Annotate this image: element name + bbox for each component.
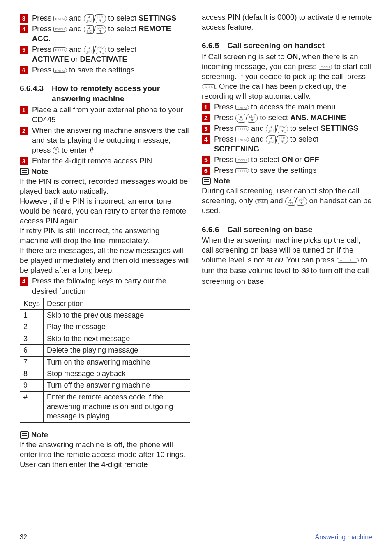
text: Place a call from your external phone to… bbox=[32, 105, 190, 125]
page-footer: 32 Answering machine bbox=[20, 534, 372, 541]
text: . Once the call has been picked up, the … bbox=[202, 82, 346, 100]
target-b: DEACTIVATE bbox=[80, 55, 127, 63]
down-key-icon: pbk▼ bbox=[96, 14, 106, 23]
text: If Call screening is set to bbox=[202, 52, 285, 61]
target: SETTINGS bbox=[138, 14, 177, 22]
text: to access the main menu bbox=[251, 102, 336, 111]
down-key-icon: pbk▼ bbox=[297, 197, 307, 206]
left-column: 3 Press menu and ▲cid/pbk▼ to select SET… bbox=[20, 12, 190, 469]
up-key-icon: ▲cid bbox=[266, 125, 276, 133]
functions-table: Keys Description 1Skip to the previous m… bbox=[20, 298, 190, 423]
heading-665: 6.6.5 Call screening on handset bbox=[202, 41, 372, 51]
text: to enter bbox=[62, 146, 88, 154]
talk-key-icon: TALK bbox=[202, 84, 215, 89]
page-number: 32 bbox=[20, 534, 27, 541]
table-row: 9Turn off the answering machine bbox=[20, 380, 190, 391]
step-number-1: 1 bbox=[20, 106, 28, 114]
menu-key-icon: menu bbox=[235, 168, 249, 173]
heading-title: Call screening on base bbox=[227, 225, 312, 235]
menu-key-icon: menu bbox=[235, 105, 249, 110]
cell-key: 3 bbox=[20, 333, 44, 344]
text: Enter the 4-digit remote access PIN bbox=[32, 156, 190, 166]
down-key-icon: pbk▼ bbox=[248, 114, 258, 123]
menu-key-icon: menu bbox=[53, 68, 67, 73]
off: OFF bbox=[304, 155, 319, 164]
text: Press bbox=[32, 24, 51, 33]
right-column: access PIN (default is 0000) to activate… bbox=[202, 12, 372, 469]
menu-key-icon: menu bbox=[235, 158, 249, 163]
step-number-1: 1 bbox=[202, 103, 210, 111]
th-keys: Keys bbox=[20, 298, 44, 309]
step-number-5: 5 bbox=[20, 46, 28, 54]
down-key-icon: pbk▼ bbox=[278, 135, 288, 144]
text: to select bbox=[108, 24, 136, 33]
section-name: Answering machine bbox=[315, 534, 372, 541]
divider bbox=[20, 81, 190, 81]
paragraph-665: If Call screening is set to ON, when the… bbox=[202, 52, 372, 101]
hash-key-icon: # bbox=[53, 147, 59, 154]
step-number-3b: 3 bbox=[20, 157, 28, 165]
text: to save the settings bbox=[251, 166, 316, 174]
r-step-4: 4 Press menu and ▲cid/pbk▼ to select SCR… bbox=[202, 134, 372, 154]
note-label: Note bbox=[31, 430, 48, 440]
text: Press bbox=[214, 166, 233, 174]
table-row: 2Play the message bbox=[20, 321, 190, 333]
text: and bbox=[251, 135, 264, 143]
down-key-icon: pbk▼ bbox=[96, 25, 106, 34]
text: to select bbox=[260, 113, 288, 122]
up-key-icon: ▲cid bbox=[285, 197, 295, 206]
continuation-text: access PIN (default is 0000) to activate… bbox=[202, 12, 372, 32]
cell-key: 7 bbox=[20, 356, 44, 368]
cell-desc: Skip to the previous message bbox=[44, 309, 190, 321]
up-key-icon: ▲cid bbox=[84, 14, 94, 23]
text: and bbox=[69, 45, 82, 53]
step-number-4: 4 bbox=[202, 135, 210, 144]
step-number-2: 2 bbox=[20, 127, 28, 135]
cell-desc: Enter the remote access code if the answ… bbox=[44, 391, 190, 422]
cell-desc: Stop message playback bbox=[44, 368, 190, 379]
table-row: 1Skip to the previous message bbox=[20, 309, 190, 321]
segment-display: 00 bbox=[301, 267, 309, 276]
text: to select bbox=[290, 124, 318, 132]
text: to select bbox=[108, 45, 136, 53]
text: to select bbox=[290, 135, 318, 143]
table-row: #Enter the remote access code if the ans… bbox=[20, 391, 190, 422]
step-3b: 3 Enter the 4-digit remote access PIN bbox=[20, 156, 190, 166]
on: ON bbox=[287, 52, 298, 61]
up-key-icon: ▲cid bbox=[266, 135, 276, 144]
text: and bbox=[270, 196, 283, 205]
step-1: 1 Place a call from your external phone … bbox=[20, 105, 190, 125]
heading-title: How to remotely access your answering ma… bbox=[52, 84, 190, 104]
or: or bbox=[71, 55, 78, 63]
menu-key-icon: menu bbox=[53, 27, 67, 32]
target-a: ACTIVATE bbox=[32, 55, 69, 63]
text: Press bbox=[32, 45, 51, 53]
step-6: 6 Press menu to save the settings bbox=[20, 65, 190, 75]
step-number-4b: 4 bbox=[20, 277, 28, 286]
cell-key: 2 bbox=[20, 321, 44, 333]
table-row: 7Turn on the answering machine bbox=[20, 356, 190, 368]
heading-num: 6.6.6 bbox=[202, 225, 219, 235]
up-key-icon: ▲cid bbox=[84, 25, 94, 34]
target: ANS. MACHINE bbox=[290, 113, 346, 122]
text: Press bbox=[32, 14, 51, 22]
text: and bbox=[251, 124, 264, 132]
down-key-icon: pbk▼ bbox=[96, 46, 106, 54]
note-icon bbox=[20, 168, 29, 175]
menu-key-icon: menu bbox=[235, 137, 249, 142]
text: and bbox=[69, 14, 82, 22]
step-number-5: 5 bbox=[202, 156, 210, 164]
step-2: 2 When the answering machine answers the… bbox=[20, 125, 190, 155]
step-4: 4 Press menu and ▲cid/pbk▼ to select REM… bbox=[20, 24, 190, 44]
menu-key-icon: menu bbox=[319, 65, 332, 70]
text: . You can press bbox=[282, 255, 334, 264]
step-3: 3 Press menu and ▲cid/pbk▼ to select SET… bbox=[20, 13, 190, 23]
r-step-1: 1 Press menu to access the main menu bbox=[202, 102, 372, 112]
segment-display: 00 bbox=[275, 256, 282, 265]
table-row: 6Delete the playing message bbox=[20, 345, 190, 356]
note-icon bbox=[202, 177, 211, 185]
step-number-3: 3 bbox=[202, 125, 210, 133]
cell-desc: Turn off the answering machine bbox=[44, 380, 190, 391]
note-icon bbox=[20, 431, 29, 439]
divider bbox=[202, 38, 372, 38]
